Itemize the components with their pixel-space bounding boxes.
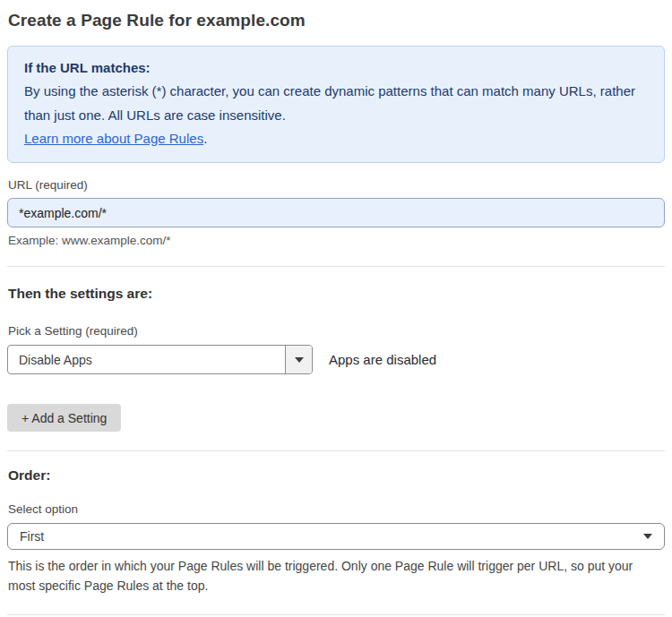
order-select[interactable]: First [7, 523, 665, 550]
order-helper-text: This is the order in which your Page Rul… [8, 557, 653, 596]
info-box-body: By using the asterisk (*) character, you… [24, 80, 648, 127]
order-select-label: Select option [8, 502, 665, 516]
setting-picker-label: Pick a Setting (required) [8, 324, 665, 338]
url-input[interactable] [7, 198, 665, 227]
url-example-helper: Example: www.example.com/* [8, 234, 665, 247]
page-title: Create a Page Rule for example.com [8, 11, 665, 30]
setting-select-value: Disable Apps [8, 346, 285, 373]
order-select-value: First [20, 529, 44, 544]
chevron-down-icon [295, 357, 304, 363]
divider [7, 614, 665, 615]
chevron-down-icon [643, 534, 652, 539]
info-box-heading: If the URL matches: [24, 56, 648, 80]
setting-status-text: Apps are disabled [329, 352, 436, 367]
url-match-info-box: If the URL matches: By using the asteris… [7, 46, 665, 163]
info-box-link-line: Learn more about Page Rules. [24, 127, 648, 150]
order-section-heading: Order: [8, 467, 665, 484]
learn-more-link[interactable]: Learn more about Page Rules [24, 131, 203, 146]
setting-select-arrow-button[interactable] [285, 346, 312, 373]
setting-select[interactable]: Disable Apps [7, 345, 313, 374]
setting-picker-row: Disable Apps Apps are disabled [7, 345, 665, 374]
add-setting-button[interactable]: + Add a Setting [7, 404, 121, 432]
divider [7, 266, 665, 267]
settings-section-heading: Then the settings are: [8, 286, 665, 302]
url-field-label: URL (required) [8, 178, 665, 192]
divider [7, 450, 665, 451]
link-suffix: . [203, 131, 207, 146]
